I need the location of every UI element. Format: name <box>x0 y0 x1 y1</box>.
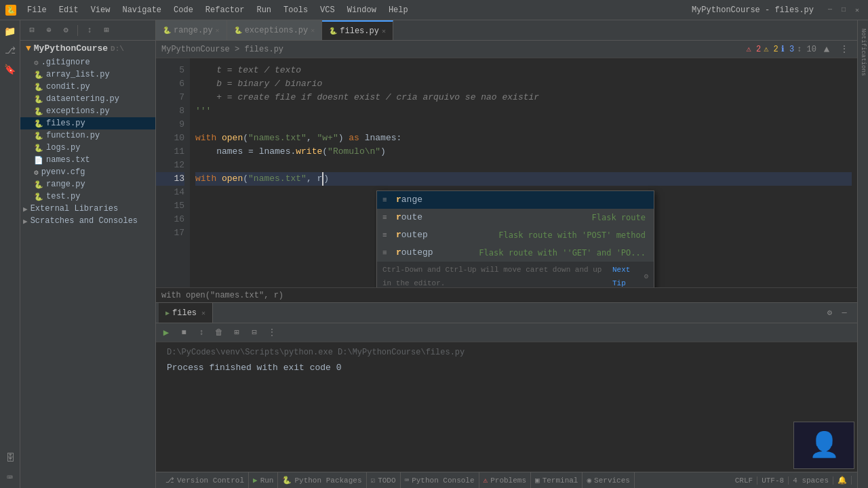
status-terminal[interactable]: ▣ Terminal <box>531 472 583 488</box>
tree-item-range[interactable]: 🐍 range.py <box>20 178 155 190</box>
code-content[interactable]: t = text / texto b = binary / binario + … <box>190 58 857 287</box>
menu-tools[interactable]: Tools <box>278 4 313 16</box>
code-line-6: b = binary / binario <box>195 77 852 91</box>
tree-item-files[interactable]: 🐍 files.py <box>20 117 155 129</box>
run-more-button[interactable]: ⋮ <box>264 325 279 340</box>
titlebar: 🐍 File Edit View Navigate Code Refactor … <box>0 0 868 20</box>
autocomplete-popup[interactable]: ≡ range ≡ route Flask route ≡ routep <box>376 190 654 287</box>
menu-view[interactable]: View <box>85 4 116 16</box>
tab-close-exceptions[interactable]: ✕ <box>311 26 315 35</box>
todo-icon: ☑ <box>371 476 376 485</box>
commit-icon[interactable]: ⎇ <box>2 42 18 58</box>
collapse-tree-button[interactable]: ⊟ <box>24 23 39 38</box>
run-clear-button[interactable]: 🗑 <box>212 325 226 340</box>
status-vcs[interactable]: ⎇ Version Control <box>161 472 249 488</box>
ac-item-range[interactable]: ≡ range <box>377 191 654 209</box>
menu-refactor[interactable]: Refactor <box>200 4 250 16</box>
ac-item-routegp[interactable]: ≡ routegp Flask route with ''GET' and 'P… <box>377 244 654 262</box>
tree-item-array-list[interactable]: 🐍 array_list.py <box>20 68 155 81</box>
expand-editor-button[interactable]: ▲ <box>819 42 834 57</box>
bookmark-icon[interactable]: 🔖 <box>2 61 18 77</box>
run-play-button[interactable]: ▶ <box>159 325 174 340</box>
status-indent[interactable]: 4 spaces <box>789 476 833 485</box>
line-count: ↕ 10 <box>797 45 816 54</box>
tree-item-logs[interactable]: 🐍 logs.py <box>20 142 155 154</box>
run-tab-close[interactable]: ✕ <box>201 309 205 317</box>
menu-navigate[interactable]: Navigate <box>117 4 167 16</box>
menu-code[interactable]: Code <box>168 4 199 16</box>
tree-item-function[interactable]: 🐍 function.py <box>20 129 155 142</box>
status-problems[interactable]: ⚠ Problems <box>479 472 531 488</box>
sort-button[interactable]: ↕ <box>82 23 97 38</box>
tab-range[interactable]: 🐍 range.py ✕ <box>156 20 227 40</box>
close-button[interactable]: ✕ <box>852 5 863 16</box>
run-tab-files[interactable]: ▶ files ✕ <box>159 303 213 323</box>
tree-item-external-libs[interactable]: ▶ External Libraries <box>20 203 155 215</box>
status-python-packages[interactable]: 🐍 Python Packages <box>278 472 366 488</box>
status-services[interactable]: ◉ Services <box>583 472 634 488</box>
py-file-icon: 🐍 <box>34 119 43 128</box>
menu-bar: File Edit View Navigate Code Refactor Ru… <box>22 4 692 16</box>
run-tab-name: files <box>172 308 197 318</box>
run-minimize-button[interactable]: ─ <box>837 306 852 321</box>
run-settings-icon[interactable]: ⚙ <box>827 308 832 318</box>
database-icon[interactable]: 🗄 <box>2 450 18 466</box>
menu-edit[interactable]: Edit <box>54 4 84 16</box>
ac-more-icon[interactable]: ⚙ <box>644 270 648 283</box>
tree-item-test[interactable]: 🐍 test.py <box>20 190 155 203</box>
more-options-button[interactable]: ⋮ <box>837 42 852 57</box>
ac-item-detail-route: Flask route <box>454 211 648 224</box>
minimize-button[interactable]: ─ <box>825 5 835 16</box>
menu-file[interactable]: File <box>22 4 52 16</box>
code-editor[interactable]: 5 6 7 8 9 10 11 12 13 14 15 16 17 <box>156 58 857 287</box>
status-notifications[interactable]: 🔔 <box>833 476 852 485</box>
warning-count: ⚠ 2 <box>764 44 778 54</box>
project-name: MyPythonCourse <box>34 43 108 54</box>
py-file-icon: 🐍 <box>34 107 43 116</box>
ac-item-name-route: route <box>396 211 450 224</box>
project-icon[interactable]: 📁 <box>2 23 18 39</box>
scroll-to-file-button[interactable]: ⊕ <box>41 23 56 38</box>
ac-icon-routep: ≡ <box>382 228 392 242</box>
status-line-sep[interactable]: CRLF <box>731 476 757 485</box>
tab-files[interactable]: 🐍 files.py ✕ <box>322 20 393 40</box>
menu-help[interactable]: Help <box>383 4 414 16</box>
tree-item-condit[interactable]: 🐍 condit.py <box>20 81 155 93</box>
project-root[interactable]: ▼ MyPythonCourse D:\ <box>20 41 155 56</box>
run-stop-button[interactable]: ■ <box>176 325 191 340</box>
menu-vcs[interactable]: VCS <box>315 4 340 16</box>
status-run[interactable]: ▶ Run <box>249 472 278 488</box>
gear-settings-button[interactable]: ⚙ <box>58 23 73 38</box>
tab-close-files[interactable]: ✕ <box>382 27 386 35</box>
ac-item-routep[interactable]: ≡ routep Flask route with 'POST' method <box>377 226 654 244</box>
file-name: condit.py <box>46 82 90 92</box>
menu-window[interactable]: Window <box>342 4 382 16</box>
status-encoding[interactable]: UTF-8 <box>757 476 789 485</box>
tree-item-exceptions[interactable]: 🐍 exceptions.py <box>20 105 155 117</box>
menu-run[interactable]: Run <box>251 4 277 16</box>
terminal-icon[interactable]: ⌨ <box>2 469 18 485</box>
ac-icon-routegp: ≡ <box>382 246 392 260</box>
tree-item-gitignore[interactable]: ⚙ .gitignore <box>20 56 155 68</box>
scratches-label: Scratches and Consoles <box>31 216 138 226</box>
tree-item-pyenv[interactable]: ⚙ pyenv.cfg <box>20 166 155 178</box>
tree-item-dataentering[interactable]: 🐍 dataentering.py <box>20 93 155 105</box>
run-filter-button[interactable]: ⊞ <box>229 325 244 340</box>
tree-item-names[interactable]: 📄 names.txt <box>20 154 155 166</box>
next-tip-link[interactable]: Next Tip <box>612 263 641 287</box>
status-todo[interactable]: ☑ TODO <box>367 472 401 488</box>
restore-button[interactable]: □ <box>838 5 849 16</box>
ac-item-route[interactable]: ≡ route Flask route <box>377 209 654 226</box>
tree-item-scratches[interactable]: ▶ Scratches and Consoles <box>20 215 155 227</box>
run-scroll-button[interactable]: ↕ <box>194 325 209 340</box>
ac-item-name-routegp: routegp <box>396 246 450 260</box>
bell-icon: 🔔 <box>837 476 847 485</box>
tab-exceptions[interactable]: 🐍 exceptions.py ✕ <box>227 20 323 40</box>
editor-wrapper: MyPythonCourse > files.py ⚠ 2 ⚠ 2 ℹ 3 ↕ … <box>156 41 857 302</box>
content-area: 🐍 range.py ✕ 🐍 exceptions.py ✕ 🐍 files.p… <box>156 20 857 488</box>
filter-button[interactable]: ⊞ <box>99 23 114 38</box>
run-fold-button[interactable]: ⊟ <box>247 325 262 340</box>
tab-close-range[interactable]: ✕ <box>216 26 220 35</box>
py-file-icon: 🐍 <box>34 95 43 104</box>
status-python-console[interactable]: ⌨ Python Console <box>401 472 479 488</box>
